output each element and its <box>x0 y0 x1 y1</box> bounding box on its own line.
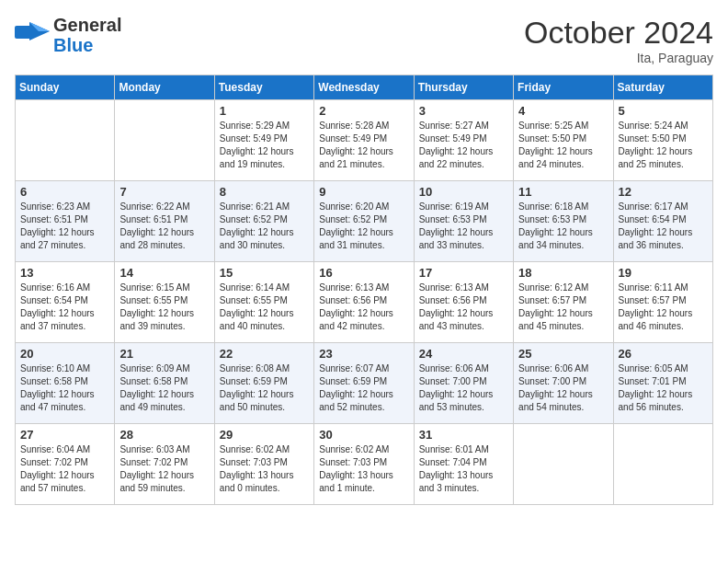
weekday-header: Monday <box>115 75 214 100</box>
day-info: Sunrise: 6:07 AM Sunset: 6:59 PM Dayligh… <box>319 362 408 414</box>
weekday-header: Wednesday <box>314 75 414 100</box>
day-number: 3 <box>419 104 508 118</box>
day-info: Sunrise: 6:04 AM Sunset: 7:02 PM Dayligh… <box>20 443 109 495</box>
day-info: Sunrise: 5:25 AM Sunset: 5:50 PM Dayligh… <box>518 120 608 171</box>
calendar-cell <box>115 100 214 181</box>
logo-line2: Blue <box>53 35 121 55</box>
day-number: 28 <box>119 428 209 442</box>
calendar-cell: 7Sunrise: 6:22 AM Sunset: 6:51 PM Daylig… <box>115 181 214 262</box>
calendar-week-row: 13Sunrise: 6:16 AM Sunset: 6:54 PM Dayli… <box>16 262 713 343</box>
calendar-cell <box>514 424 613 505</box>
day-info: Sunrise: 6:17 AM Sunset: 6:54 PM Dayligh… <box>619 201 708 252</box>
calendar-cell: 19Sunrise: 6:11 AM Sunset: 6:57 PM Dayli… <box>613 262 712 343</box>
calendar-cell: 20Sunrise: 6:10 AM Sunset: 6:58 PM Dayli… <box>16 343 115 424</box>
day-number: 26 <box>619 347 708 361</box>
day-info: Sunrise: 6:06 AM Sunset: 7:00 PM Dayligh… <box>518 362 608 414</box>
day-info: Sunrise: 5:24 AM Sunset: 5:50 PM Dayligh… <box>619 120 708 171</box>
calendar-cell <box>613 424 712 505</box>
day-number: 22 <box>220 347 309 361</box>
svg-rect-0 <box>15 26 31 39</box>
calendar-cell: 26Sunrise: 6:05 AM Sunset: 7:01 PM Dayli… <box>613 343 712 424</box>
calendar-cell: 11Sunrise: 6:18 AM Sunset: 6:53 PM Dayli… <box>514 181 613 262</box>
day-info: Sunrise: 6:23 AM Sunset: 6:51 PM Dayligh… <box>20 201 109 252</box>
calendar-cell: 8Sunrise: 6:21 AM Sunset: 6:52 PM Daylig… <box>214 181 313 262</box>
title-area: October 2024 Ita, Paraguay <box>524 15 713 65</box>
weekday-header: Saturday <box>613 75 712 100</box>
calendar-cell: 15Sunrise: 6:14 AM Sunset: 6:55 PM Dayli… <box>214 262 313 343</box>
weekday-header: Friday <box>514 75 613 100</box>
calendar-cell: 13Sunrise: 6:16 AM Sunset: 6:54 PM Dayli… <box>16 262 115 343</box>
day-number: 2 <box>319 104 408 118</box>
day-info: Sunrise: 6:06 AM Sunset: 7:00 PM Dayligh… <box>419 362 508 414</box>
day-number: 14 <box>119 266 209 280</box>
day-info: Sunrise: 6:22 AM Sunset: 6:51 PM Dayligh… <box>119 201 209 252</box>
day-number: 1 <box>220 104 309 118</box>
day-info: Sunrise: 6:01 AM Sunset: 7:04 PM Dayligh… <box>419 443 508 495</box>
logo: General Blue <box>15 15 121 55</box>
day-info: Sunrise: 5:29 AM Sunset: 5:49 PM Dayligh… <box>220 120 309 171</box>
day-info: Sunrise: 6:13 AM Sunset: 6:56 PM Dayligh… <box>419 282 508 333</box>
day-number: 13 <box>20 266 109 280</box>
day-number: 12 <box>619 185 708 199</box>
calendar-cell: 6Sunrise: 6:23 AM Sunset: 6:51 PM Daylig… <box>16 181 115 262</box>
weekday-header-row: SundayMondayTuesdayWednesdayThursdayFrid… <box>16 75 713 100</box>
day-number: 6 <box>20 185 109 199</box>
location-subtitle: Ita, Paraguay <box>524 51 713 65</box>
calendar-week-row: 6Sunrise: 6:23 AM Sunset: 6:51 PM Daylig… <box>16 181 713 262</box>
day-info: Sunrise: 6:20 AM Sunset: 6:52 PM Dayligh… <box>319 201 408 252</box>
day-info: Sunrise: 6:13 AM Sunset: 6:56 PM Dayligh… <box>319 282 408 333</box>
day-info: Sunrise: 6:12 AM Sunset: 6:57 PM Dayligh… <box>518 282 608 333</box>
day-info: Sunrise: 6:03 AM Sunset: 7:02 PM Dayligh… <box>119 443 209 495</box>
logo-icon <box>15 22 50 48</box>
calendar-table: SundayMondayTuesdayWednesdayThursdayFrid… <box>15 75 713 505</box>
day-info: Sunrise: 6:14 AM Sunset: 6:55 PM Dayligh… <box>220 282 309 333</box>
calendar-cell: 21Sunrise: 6:09 AM Sunset: 6:58 PM Dayli… <box>115 343 214 424</box>
calendar-cell: 4Sunrise: 5:25 AM Sunset: 5:50 PM Daylig… <box>514 100 613 181</box>
calendar-cell: 30Sunrise: 6:02 AM Sunset: 7:03 PM Dayli… <box>314 424 414 505</box>
day-info: Sunrise: 6:16 AM Sunset: 6:54 PM Dayligh… <box>20 282 109 333</box>
day-number: 17 <box>419 266 508 280</box>
day-info: Sunrise: 6:10 AM Sunset: 6:58 PM Dayligh… <box>20 362 109 414</box>
day-info: Sunrise: 5:28 AM Sunset: 5:49 PM Dayligh… <box>319 120 408 171</box>
day-number: 9 <box>319 185 408 199</box>
day-info: Sunrise: 6:09 AM Sunset: 6:58 PM Dayligh… <box>119 362 209 414</box>
calendar-cell: 24Sunrise: 6:06 AM Sunset: 7:00 PM Dayli… <box>414 343 513 424</box>
day-number: 19 <box>619 266 708 280</box>
day-number: 4 <box>518 104 608 118</box>
day-info: Sunrise: 6:02 AM Sunset: 7:03 PM Dayligh… <box>220 443 309 495</box>
day-number: 24 <box>419 347 508 361</box>
day-number: 10 <box>419 185 508 199</box>
calendar-week-row: 20Sunrise: 6:10 AM Sunset: 6:58 PM Dayli… <box>16 343 713 424</box>
calendar-cell: 31Sunrise: 6:01 AM Sunset: 7:04 PM Dayli… <box>414 424 513 505</box>
calendar-cell: 16Sunrise: 6:13 AM Sunset: 6:56 PM Dayli… <box>314 262 414 343</box>
day-number: 21 <box>119 347 209 361</box>
day-number: 8 <box>220 185 309 199</box>
day-info: Sunrise: 6:15 AM Sunset: 6:55 PM Dayligh… <box>119 282 209 333</box>
day-number: 20 <box>20 347 109 361</box>
day-number: 16 <box>319 266 408 280</box>
day-info: Sunrise: 5:27 AM Sunset: 5:49 PM Dayligh… <box>419 120 508 171</box>
calendar-cell: 12Sunrise: 6:17 AM Sunset: 6:54 PM Dayli… <box>613 181 712 262</box>
calendar-cell: 29Sunrise: 6:02 AM Sunset: 7:03 PM Dayli… <box>214 424 313 505</box>
calendar-cell: 18Sunrise: 6:12 AM Sunset: 6:57 PM Dayli… <box>514 262 613 343</box>
day-number: 15 <box>220 266 309 280</box>
calendar-cell: 1Sunrise: 5:29 AM Sunset: 5:49 PM Daylig… <box>214 100 313 181</box>
weekday-header: Thursday <box>414 75 513 100</box>
month-title: October 2024 <box>524 15 713 51</box>
page-header: General Blue October 2024 Ita, Paraguay <box>15 15 713 65</box>
day-number: 23 <box>319 347 408 361</box>
calendar-week-row: 27Sunrise: 6:04 AM Sunset: 7:02 PM Dayli… <box>16 424 713 505</box>
calendar-cell: 25Sunrise: 6:06 AM Sunset: 7:00 PM Dayli… <box>514 343 613 424</box>
weekday-header: Sunday <box>16 75 115 100</box>
day-info: Sunrise: 6:05 AM Sunset: 7:01 PM Dayligh… <box>619 362 708 414</box>
calendar-cell: 2Sunrise: 5:28 AM Sunset: 5:49 PM Daylig… <box>314 100 414 181</box>
calendar-cell <box>16 100 115 181</box>
day-info: Sunrise: 6:19 AM Sunset: 6:53 PM Dayligh… <box>419 201 508 252</box>
calendar-cell: 9Sunrise: 6:20 AM Sunset: 6:52 PM Daylig… <box>314 181 414 262</box>
calendar-cell: 5Sunrise: 5:24 AM Sunset: 5:50 PM Daylig… <box>613 100 712 181</box>
day-number: 30 <box>319 428 408 442</box>
day-info: Sunrise: 6:11 AM Sunset: 6:57 PM Dayligh… <box>619 282 708 333</box>
day-number: 5 <box>619 104 708 118</box>
day-info: Sunrise: 6:02 AM Sunset: 7:03 PM Dayligh… <box>319 443 408 495</box>
logo-line1: General <box>53 15 121 35</box>
